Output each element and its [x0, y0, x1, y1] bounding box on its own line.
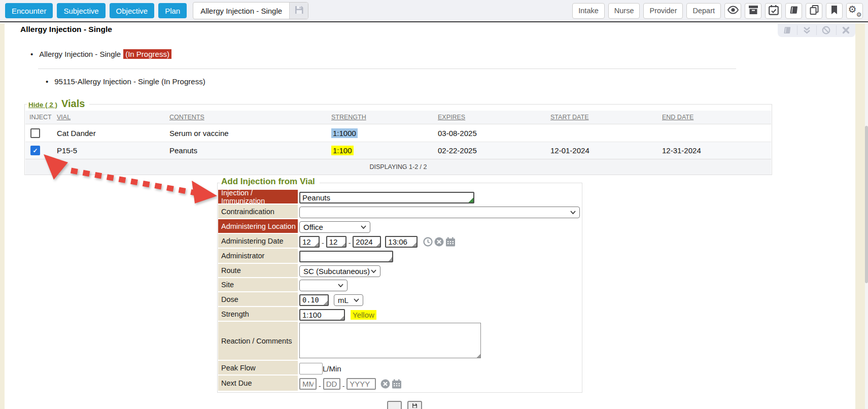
save-icon [412, 401, 418, 409]
dose-input[interactable] [299, 294, 329, 306]
bottom-button-1[interactable] [387, 401, 402, 409]
divider-line [38, 69, 736, 69]
dose-label: Dose [218, 292, 298, 307]
bullet-icon: • [30, 50, 33, 58]
calendar-icon[interactable] [392, 379, 402, 389]
administering-location-select[interactable]: Office [299, 221, 370, 233]
administrator-label: Administrator [218, 249, 298, 264]
column-header-expires[interactable]: EXPIRES [438, 114, 465, 121]
table-row: ✓ Cat Dander Serum or vaccine 1:1000 03-… [25, 124, 771, 142]
next-due-year-input[interactable] [346, 378, 376, 390]
form-rows: Injection / Immunization Contraindicatio… [218, 190, 581, 392]
toolbar-right-group: Intake Nurse Provider Depart [572, 3, 863, 19]
clear-circle-icon[interactable] [380, 379, 390, 389]
settings-button[interactable]: ⚙⚙ [846, 3, 863, 19]
next-due-day-input[interactable] [323, 378, 340, 390]
book-button[interactable] [785, 3, 802, 19]
subjective-button[interactable]: Subjective [57, 3, 105, 18]
column-header-start-date[interactable]: START DATE [550, 114, 588, 121]
right-margin-strip [855, 23, 865, 409]
vials-section-title: Vials [61, 98, 85, 110]
start-date-cell: 12-01-2024 [550, 146, 662, 155]
reaction-comments-label: Reaction / Comments [218, 322, 298, 361]
intake-button[interactable]: Intake [572, 3, 605, 19]
peak-flow-label: Peak Flow [218, 361, 298, 376]
bookmark-button[interactable] [826, 3, 843, 19]
next-due-label: Next Due [218, 376, 298, 392]
column-header-strength[interactable]: STRENGTH [331, 114, 366, 121]
clear-circle-icon[interactable] [434, 237, 444, 247]
nurse-button[interactable]: Nurse [608, 3, 640, 19]
gears-icon: ⚙⚙ [849, 5, 860, 16]
eye-icon [727, 6, 739, 16]
expires-cell: 03-08-2025 [438, 129, 550, 138]
status-item-2: • 95115-Allergy Injection - Single (In P… [46, 77, 205, 86]
calendar-check-button[interactable] [765, 3, 782, 19]
calendar-icon[interactable] [445, 237, 456, 247]
date-separator: - [349, 239, 351, 249]
disable-button[interactable] [816, 25, 836, 35]
app-window: Encounter Subjective Objective Plan Alle… [0, 0, 868, 409]
strength-input[interactable] [299, 309, 345, 321]
document-title-box: Allergy Injection - Single [193, 2, 308, 19]
form-legend: Add Injection from Vial [220, 177, 320, 187]
panel-header-icons [778, 23, 855, 37]
scrollbar-thumb[interactable] [865, 126, 868, 283]
top-toolbar: Encounter Subjective Objective Plan Alle… [0, 0, 868, 22]
archive-button[interactable] [745, 3, 761, 19]
save-icon [294, 5, 304, 17]
bullet-icon: • [46, 77, 48, 86]
objective-button[interactable]: Objective [110, 3, 155, 18]
vial-cell: Cat Dander [57, 129, 169, 138]
close-icon[interactable] [836, 25, 856, 35]
form-section-title: Add Injection from Vial [221, 177, 315, 187]
column-header-contents[interactable]: CONTENTS [169, 114, 204, 121]
panel-book-button[interactable] [778, 25, 797, 35]
bottom-button-2[interactable] [407, 401, 422, 409]
route-select[interactable]: SC (Subcutaneous) [299, 265, 380, 277]
column-header-end-date[interactable]: END DATE [662, 114, 693, 121]
date-separator: - [342, 382, 345, 392]
provider-button[interactable]: Provider [643, 3, 683, 19]
date-month-input[interactable] [299, 236, 320, 248]
site-select[interactable] [299, 280, 348, 291]
vials-table-header: INJECT VIAL CONTENTS STRENGTH EXPIRES ST… [25, 111, 771, 124]
inject-checkbox[interactable]: ✓ [30, 146, 40, 155]
administrator-input[interactable] [299, 251, 393, 262]
add-injection-section: Add Injection from Vial Injection / Immu… [217, 183, 582, 393]
save-button[interactable] [289, 3, 308, 19]
inject-checkbox[interactable]: ✓ [30, 128, 40, 138]
plan-button[interactable]: Plan [158, 3, 187, 18]
peak-flow-unit: L/Min [323, 364, 341, 373]
encounter-button[interactable]: Encounter [5, 3, 53, 18]
date-time-input[interactable] [385, 236, 418, 248]
archive-box-icon [748, 5, 758, 16]
dose-unit-select[interactable]: mL [334, 294, 363, 306]
status-item-1-text: Allergy Injection - Single [39, 50, 121, 58]
copy-button[interactable] [806, 3, 822, 19]
strength-label: Strength [218, 307, 298, 322]
date-day-input[interactable] [326, 236, 346, 248]
injection-label: Injection / Immunization [218, 190, 298, 204]
column-header-vial[interactable]: VIAL [57, 114, 71, 121]
depart-button[interactable]: Depart [686, 3, 721, 19]
check-icon: ✓ [32, 148, 38, 154]
collapse-all-button[interactable] [797, 25, 817, 35]
calendar-check-icon [769, 5, 779, 17]
next-due-month-input[interactable] [299, 378, 317, 390]
eye-button[interactable] [724, 3, 741, 19]
peak-flow-input[interactable] [299, 363, 323, 374]
date-separator: - [322, 239, 324, 249]
date-year-input[interactable] [353, 236, 381, 248]
reaction-comments-textarea[interactable] [299, 323, 481, 358]
expires-cell: 02-22-2025 [438, 146, 550, 155]
strength-color-note: Yellow [351, 310, 376, 320]
hide-vials-link[interactable]: Hide ( 2 ) [28, 101, 57, 109]
displaying-count: DISPLAYING 1-2 / 2 [369, 163, 427, 171]
clock-icon[interactable] [423, 237, 433, 247]
vertical-scrollbar[interactable] [865, 23, 868, 409]
contraindication-select[interactable] [299, 207, 580, 218]
injection-input[interactable] [299, 192, 474, 203]
contraindication-label: Contraindication [218, 204, 298, 219]
page-title: Allergy Injection - Single [20, 25, 112, 34]
